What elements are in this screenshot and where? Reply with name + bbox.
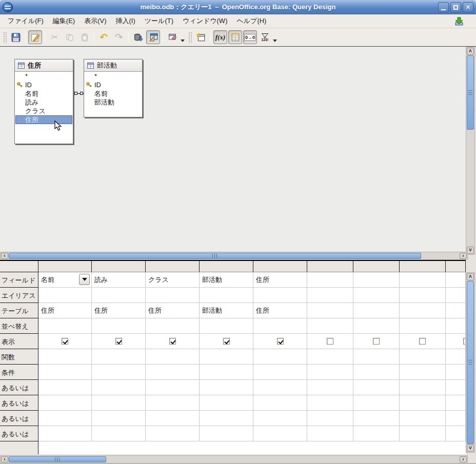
grid-cell-function-3[interactable] [146, 349, 200, 365]
grid-cell-alias-2[interactable] [92, 288, 146, 303]
menu-window[interactable]: ウィンドウ(W) [178, 14, 232, 28]
grid-cell-sort-8[interactable] [400, 318, 446, 334]
field-row-kurasu[interactable]: クラス [15, 107, 73, 115]
table-box-bukatsudo-header[interactable]: 部活動 [84, 59, 142, 72]
grid-cell-or2-2[interactable] [92, 395, 146, 411]
grid-cell-or3-9[interactable] [446, 411, 466, 426]
visible-checkbox[interactable] [327, 338, 333, 345]
clear-query-button[interactable] [166, 30, 180, 44]
grid-cell-or3-2[interactable] [92, 411, 146, 426]
menu-tools[interactable]: ツール(T) [140, 14, 178, 28]
grid-cell-sort-3[interactable] [146, 318, 200, 334]
grid-cell-or4-6[interactable] [307, 426, 353, 441]
scroll-right-button[interactable]: › [460, 456, 467, 462]
grid-cell-or2-7[interactable] [353, 395, 400, 411]
grid-cell-function-2[interactable] [92, 349, 146, 365]
visible-checkbox[interactable] [277, 338, 284, 345]
design-view-button[interactable] [146, 30, 160, 44]
grid-cell-or4-9[interactable] [446, 426, 466, 441]
grid-cell-or3-5[interactable] [253, 411, 307, 426]
field-row-jusho-selected[interactable]: 住所 [15, 115, 72, 124]
grid-cell-alias-8[interactable] [400, 288, 446, 303]
upper-hscroll-thumb[interactable] [9, 253, 421, 259]
toolbar-more-dropdown[interactable] [273, 39, 277, 42]
grid-cell-alias-5[interactable] [253, 288, 307, 303]
toolbar-grip[interactable] [3, 32, 7, 43]
grid-cell-criterion-4[interactable] [200, 365, 253, 380]
lower-vertical-scrollbar[interactable]: ˄ ˅ [466, 272, 475, 453]
grid-cell-field-5[interactable]: 住所 [253, 272, 307, 288]
scroll-up-button[interactable]: ˄ [467, 48, 474, 55]
grid-cell-field-6[interactable] [307, 272, 353, 288]
grid-cell-table-4[interactable]: 部活動 [200, 303, 253, 318]
grid-column-header[interactable] [400, 261, 446, 272]
grid-cell-or4-1[interactable] [38, 426, 92, 441]
grid-cell-criterion-8[interactable] [400, 365, 446, 380]
grid-column-header[interactable] [446, 261, 466, 272]
scroll-down-button[interactable]: ˅ [467, 445, 474, 452]
table-name-button[interactable] [228, 30, 242, 44]
grid-cell-field-4[interactable]: 部活動 [200, 272, 253, 288]
grid-cell-field-3[interactable]: クラス [146, 272, 200, 288]
grid-cell-table-5[interactable]: 住所 [253, 303, 307, 318]
upper-horizontal-scrollbar[interactable]: ‹ › [0, 252, 468, 260]
grid-cell-or2-8[interactable] [400, 395, 446, 411]
grid-column-header[interactable] [146, 261, 200, 272]
grid-cell-or3-1[interactable] [38, 411, 92, 426]
grid-column-header[interactable] [200, 261, 253, 272]
alias-button[interactable]: 0→0 [243, 30, 257, 44]
grid-cell-or3-3[interactable] [146, 411, 200, 426]
grid-cell-or4-3[interactable] [146, 426, 200, 441]
grid-cell-function-5[interactable] [253, 349, 307, 365]
close-button[interactable]: ✕ [463, 2, 473, 12]
grid-cell-function-1[interactable] [38, 349, 92, 365]
menu-edit[interactable]: 編集(E) [48, 14, 80, 28]
grid-cell-field-9[interactable] [446, 272, 466, 288]
grid-cell-criterion-6[interactable] [307, 365, 353, 380]
grid-cell-table-9[interactable] [446, 303, 466, 318]
grid-cell-table-1[interactable]: 住所 [38, 303, 92, 318]
upper-vertical-scrollbar[interactable]: ˄ ˅ [466, 47, 475, 255]
grid-cell-sort-7[interactable] [353, 318, 400, 334]
grid-cell-function-4[interactable] [200, 349, 253, 365]
grid-cell-alias-9[interactable] [446, 288, 466, 303]
distinct-values-button[interactable]: 123! [258, 30, 272, 44]
grid-cell-criterion-1[interactable] [38, 365, 92, 380]
grid-cell-function-6[interactable] [307, 349, 353, 365]
grid-cell-or3-4[interactable] [200, 411, 253, 426]
grid-cell-or2-6[interactable] [307, 395, 353, 411]
grid-cell-or2-9[interactable] [446, 395, 466, 411]
grid-cell-or1-2[interactable] [92, 380, 146, 395]
grid-column-header[interactable] [253, 261, 307, 272]
maximize-button[interactable] [450, 2, 461, 12]
lower-vscroll-thumb[interactable] [467, 281, 474, 444]
grid-cell-alias-7[interactable] [353, 288, 400, 303]
scroll-left-button[interactable]: ‹ [1, 456, 8, 462]
visible-checkbox[interactable] [169, 338, 176, 345]
field-row-namae[interactable]: 名前 [84, 89, 142, 98]
clear-query-dropdown[interactable] [181, 39, 185, 42]
grid-cell-or1-9[interactable] [446, 380, 466, 395]
grid-cell-function-8[interactable] [400, 349, 446, 365]
grid-cell-sort-5[interactable] [253, 318, 307, 334]
table-box-bukatsudo[interactable]: 部活動 * ID 名前 部活動 [84, 59, 143, 117]
grid-cell-sort-4[interactable] [200, 318, 253, 334]
grid-column-header[interactable] [92, 261, 146, 272]
grid-cell-or4-8[interactable] [400, 426, 446, 441]
grid-cell-or3-7[interactable] [353, 411, 400, 426]
grid-cell-alias-6[interactable] [307, 288, 353, 303]
grid-cell-or1-7[interactable] [353, 380, 400, 395]
field-row-bukatsudo[interactable]: 部活動 [84, 98, 142, 107]
undo-button[interactable]: ↶ [97, 30, 111, 44]
grid-cell-or2-3[interactable] [146, 395, 200, 411]
grid-cell-sort-6[interactable] [307, 318, 353, 334]
grid-cell-or4-2[interactable] [92, 426, 146, 441]
titlebar[interactable]: meibo.odb：クエリー1 － OpenOffice.org Base: Q… [0, 0, 476, 14]
grid-cell-or4-5[interactable] [253, 426, 307, 441]
visible-checkbox[interactable] [62, 338, 68, 345]
scroll-left-button[interactable]: ‹ [1, 253, 8, 259]
grid-cell-or4-7[interactable] [353, 426, 400, 441]
grid-cell-or1-5[interactable] [253, 380, 307, 395]
grid-cell-or2-4[interactable] [200, 395, 253, 411]
grid-cell-or4-4[interactable] [200, 426, 253, 441]
